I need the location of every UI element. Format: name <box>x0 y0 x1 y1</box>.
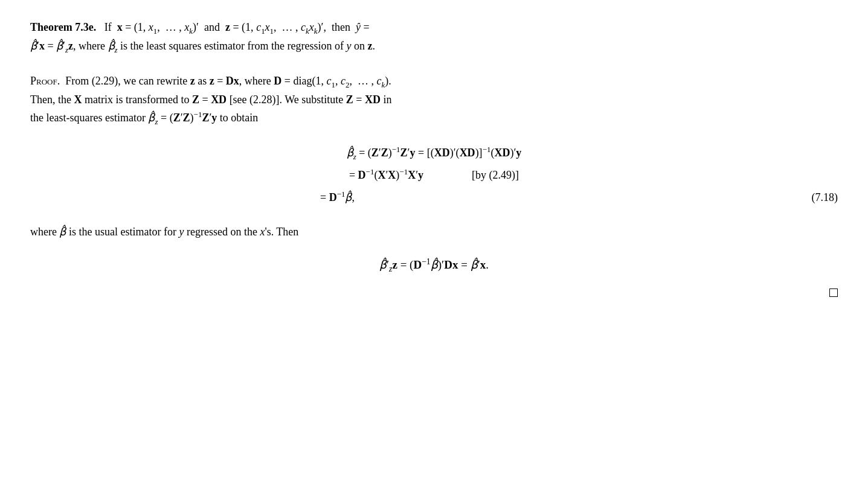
equation-block: β̂z = (Z′Z)−1Z′y = [(XD)′(XD)]−1(XD)′y =… <box>30 144 838 206</box>
eq1b-comment: [by (2.49)] <box>472 167 519 184</box>
eq-row1: β̂z = (Z′Z)−1Z′y = [(XD)′(XD)]−1(XD)′y <box>30 144 838 162</box>
where-line: where β̂ is the usual estimator for y re… <box>30 223 838 241</box>
proof-block: Proof. From (2.29), we can rewrite z as … <box>30 72 838 127</box>
eq1c: = D−1β̂, <box>320 189 355 206</box>
eq-row3: = D−1β̂, (7.18) <box>30 189 838 206</box>
theorem-statement2: β̂′x = β̂′zz, where β̂z is the least squ… <box>30 37 838 56</box>
eq-row2: = D−1(X′X)−1X′y [by (2.49)] <box>30 167 838 184</box>
proof-line3: the least-squares estimator β̂z = (Z′Z)−… <box>30 109 838 127</box>
final-equation: β̂′zz = (D−1β̂)′Dx = β̂′x. <box>30 256 838 274</box>
theorem-title-line: Theorem 7.3e. If x = (1, x1, … , xk)′ an… <box>30 18 838 37</box>
proof-intro: Proof. From (2.29), we can rewrite z as … <box>30 72 838 91</box>
proof-line2: Then, the X matrix is transformed to Z =… <box>30 91 838 109</box>
eq1a-lhs: β̂z = (Z′Z)−1Z′y = [(XD)′(XD)]−1(XD)′y <box>347 144 522 162</box>
proof-label: Proof. <box>30 75 60 87</box>
eq-number-718: (7.18) <box>812 189 838 206</box>
eq1b: = D−1(X′X)−1X′y <box>349 167 423 184</box>
qed-container <box>30 285 838 302</box>
theorem-label: Theorem 7.3e. <box>30 21 96 33</box>
theorem-block: Theorem 7.3e. If x = (1, x1, … , xk)′ an… <box>30 18 838 55</box>
qed-box <box>829 288 838 297</box>
